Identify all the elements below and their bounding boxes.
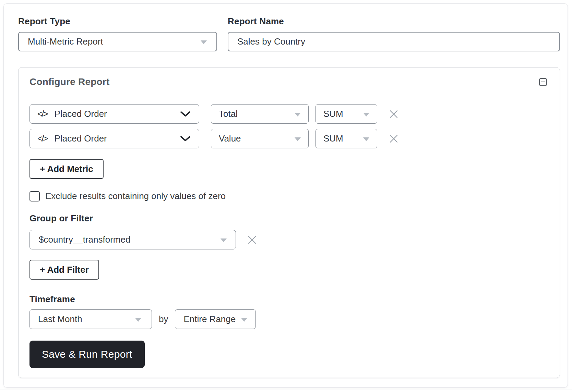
dimension-select[interactable]: Value	[211, 129, 309, 148]
caret-down-icon	[363, 137, 369, 141]
timeframe-range-select[interactable]: Last Month	[29, 309, 152, 329]
timeframe-row: Last Month by Entire Range	[29, 309, 547, 329]
exclude-zero-label: Exclude results containing only values o…	[45, 191, 226, 201]
group-or-filter-label: Group or Filter	[29, 213, 547, 224]
report-type-field: Report Type Multi-Metric Report	[18, 16, 217, 51]
report-type-select[interactable]: Multi-Metric Report	[18, 32, 217, 51]
caret-down-icon	[295, 113, 301, 117]
report-name-label: Report Name	[228, 16, 560, 27]
function-select[interactable]: SUM	[315, 104, 377, 124]
configure-report-panel: Configure Report </> Placed Order Total …	[18, 67, 560, 378]
report-builder-card: Report Type Multi-Metric Report Report N…	[3, 3, 568, 388]
metric-row: </> Placed Order Value SUM	[29, 129, 547, 148]
report-name-input[interactable]	[228, 32, 560, 51]
dimension-value: Total	[219, 109, 238, 119]
metric-value: Placed Order	[55, 133, 107, 144]
x-icon	[389, 109, 398, 119]
code-icon: </>	[37, 133, 48, 144]
caret-down-icon	[295, 137, 301, 141]
metric-select[interactable]: </> Placed Order	[29, 129, 199, 148]
configure-report-header: Configure Report	[29, 76, 547, 88]
caret-down-icon	[135, 318, 141, 322]
minus-icon	[539, 78, 547, 86]
metric-value: Placed Order	[55, 109, 107, 119]
report-type-label: Report Type	[18, 16, 217, 27]
caret-down-icon	[201, 40, 207, 44]
remove-metric-button[interactable]	[389, 134, 398, 144]
configure-report-title: Configure Report	[29, 76, 109, 87]
function-value: SUM	[323, 109, 343, 119]
dimension-select[interactable]: Total	[211, 104, 309, 124]
chevron-down-icon	[180, 136, 191, 142]
add-metric-button[interactable]: + Add Metric	[29, 159, 104, 179]
save-run-report-button[interactable]: Save & Run Report	[29, 341, 145, 368]
dimension-value: Value	[219, 133, 241, 144]
exclude-zero-row: Exclude results containing only values o…	[29, 191, 547, 201]
timeframe-label: Timeframe	[29, 294, 547, 305]
code-icon: </>	[37, 109, 48, 119]
add-filter-button[interactable]: + Add Filter	[29, 260, 99, 280]
function-select[interactable]: SUM	[315, 129, 377, 148]
remove-filter-button[interactable]	[247, 235, 257, 245]
x-icon	[389, 134, 398, 144]
group-filter-value: $country__transformed	[39, 234, 130, 245]
timeframe-interval-select[interactable]: Entire Range	[175, 309, 256, 329]
metric-row: </> Placed Order Total SUM	[29, 104, 547, 124]
exclude-zero-checkbox[interactable]	[29, 191, 40, 201]
report-header-row: Report Type Multi-Metric Report Report N…	[4, 4, 568, 51]
chevron-down-icon	[180, 111, 191, 117]
page-divider	[0, 390, 572, 390]
caret-down-icon	[241, 318, 247, 322]
filter-row: $country__transformed	[29, 230, 547, 249]
group-filter-select[interactable]: $country__transformed	[29, 230, 236, 249]
caret-down-icon	[363, 113, 369, 117]
collapse-panel-button[interactable]	[539, 78, 547, 86]
report-name-field: Report Name	[228, 16, 560, 51]
caret-down-icon	[221, 238, 227, 242]
metric-select[interactable]: </> Placed Order	[29, 104, 199, 124]
timeframe-by-label: by	[159, 314, 168, 324]
timeframe-interval-value: Entire Range	[183, 314, 236, 324]
function-value: SUM	[323, 133, 343, 144]
remove-metric-button[interactable]	[389, 109, 398, 119]
report-builder-page: Report Type Multi-Metric Report Report N…	[0, 0, 572, 392]
x-icon	[247, 235, 257, 245]
timeframe-range-value: Last Month	[38, 314, 82, 324]
report-type-value: Multi-Metric Report	[28, 36, 103, 47]
